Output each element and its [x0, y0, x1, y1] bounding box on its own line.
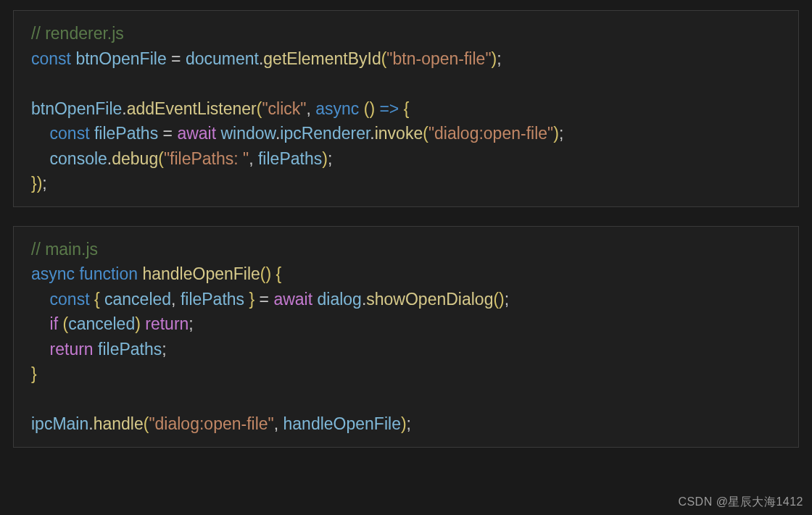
watermark-text: CSDN @星辰大海1412	[678, 493, 803, 511]
comment-line: // renderer.js	[31, 24, 124, 43]
code-content-main: // main.js async function handleOpenFile…	[31, 237, 781, 437]
comment-line: // main.js	[31, 240, 98, 259]
code-block-renderer: // renderer.js const btnOpenFile = docum…	[13, 10, 799, 207]
code-content-renderer: // renderer.js const btnOpenFile = docum…	[31, 21, 781, 196]
code-block-main: // main.js async function handleOpenFile…	[13, 226, 799, 448]
